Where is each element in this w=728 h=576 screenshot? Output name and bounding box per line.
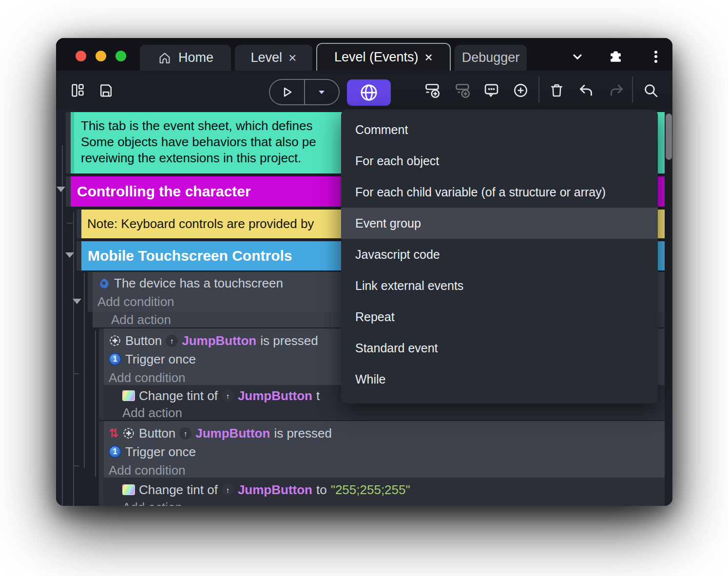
add-action-link[interactable]: Add action: [111, 312, 171, 327]
menu-item-standard-event[interactable]: Standard event: [341, 332, 658, 364]
menu-item-while[interactable]: While: [341, 364, 658, 395]
tab-label: Debugger: [462, 50, 520, 65]
play-preview-button[interactable]: [270, 80, 304, 104]
row-grip[interactable]: [99, 421, 104, 478]
indent-tick: [67, 223, 73, 224]
indent-tick: [73, 373, 79, 374]
row-grip[interactable]: [99, 478, 104, 506]
add-event-globe-button[interactable]: [347, 79, 391, 106]
extensions-puzzle-icon[interactable]: [608, 49, 623, 64]
menu-item-for-each-object[interactable]: For each object: [341, 145, 658, 176]
tab-level-events[interactable]: Level (Events) ×: [316, 43, 451, 71]
add-action-link[interactable]: Add action: [122, 500, 182, 506]
search-icon[interactable]: [642, 81, 659, 99]
menu-item-comment[interactable]: Comment: [341, 114, 658, 145]
object-name: JumpButton: [238, 482, 312, 498]
delete-trash-icon[interactable]: [548, 81, 565, 99]
add-condition-link[interactable]: Add condition: [97, 294, 174, 309]
globe-icon: [358, 82, 380, 103]
play-icon: [280, 85, 294, 99]
row-grip[interactable]: [66, 112, 71, 173]
object-thumbnail-icon: ↑: [166, 335, 178, 347]
tabs-overflow-chevron-down-icon[interactable]: [570, 49, 585, 64]
action-text: to: [316, 482, 327, 498]
condition-text: is pressed: [260, 333, 318, 348]
gamepad-button-icon: [109, 334, 121, 347]
group-title: Controlling the character: [77, 183, 251, 200]
group-title: Mobile Touchscreen Controls: [88, 248, 292, 264]
row-grip[interactable]: [77, 241, 81, 270]
indent-guide: [62, 145, 63, 506]
menu-item-link-external-events[interactable]: Link external events: [341, 270, 658, 301]
collapse-arrow-icon[interactable]: [65, 252, 74, 258]
home-icon: [157, 51, 172, 65]
row-grip[interactable]: [77, 210, 81, 238]
more-options-kebab-icon[interactable]: [648, 49, 664, 64]
action-text: Change tint of: [139, 482, 218, 498]
condition-text: Trigger once: [125, 444, 196, 460]
string-value: "255;255;255": [331, 482, 410, 498]
up-arrow-icon: ↑: [226, 486, 230, 494]
app-window: Home Level × Level (Events) × Debugger: [56, 38, 672, 506]
row-grip[interactable]: [66, 176, 71, 207]
trigger-once-icon: 1: [109, 353, 121, 365]
tab-debugger[interactable]: Debugger: [455, 45, 527, 71]
note-text: Note: Keyboard controls are provided by: [87, 216, 314, 231]
menu-item-javascript-code[interactable]: Javascript code: [341, 239, 658, 270]
tab-home[interactable]: Home: [140, 45, 231, 71]
toolbar-divider: [538, 77, 539, 103]
add-condition-link[interactable]: Add condition: [109, 370, 186, 385]
object-thumbnail-icon: ↑: [179, 427, 192, 440]
trigger-once-icon: 1: [109, 445, 121, 458]
close-window-button[interactable]: [76, 51, 86, 61]
add-comment-icon[interactable]: [482, 81, 500, 99]
maximize-window-button[interactable]: [115, 51, 126, 61]
object-name: JumpButton: [182, 333, 256, 348]
undo-icon[interactable]: [577, 81, 594, 99]
vertical-scrollbar-thumb[interactable]: [666, 114, 672, 160]
caret-down-icon: [316, 86, 327, 98]
close-tab-icon[interactable]: ×: [425, 51, 433, 64]
add-standard-event-icon[interactable]: [424, 81, 441, 99]
row-grip[interactable]: [99, 328, 104, 385]
indent-guide: [95, 330, 96, 477]
object-thumbnail-icon: ↑: [222, 484, 234, 496]
indent-guide: [84, 273, 85, 468]
up-arrow-icon: ↑: [184, 429, 188, 438]
condition-text: Button: [125, 333, 162, 348]
action-text: t: [316, 388, 320, 403]
save-icon[interactable]: [97, 81, 115, 99]
row-grip[interactable]: [88, 272, 93, 312]
row-grip[interactable]: [99, 385, 104, 420]
collapse-arrow-icon[interactable]: [57, 187, 65, 192]
close-tab-icon[interactable]: ×: [288, 51, 296, 65]
preview-split-button: [269, 79, 340, 105]
add-condition-link[interactable]: Add condition: [109, 463, 186, 478]
tab-label: Level: [251, 50, 283, 65]
object-name: JumpButton: [238, 388, 312, 403]
add-circle-plus-icon[interactable]: [512, 81, 529, 99]
collapse-arrow-icon[interactable]: [73, 299, 81, 304]
condition-text: is pressed: [274, 426, 332, 441]
menu-item-event-group[interactable]: Event group: [341, 208, 658, 239]
event-actions[interactable]: Change tint of ↑ JumpButton to "255;255;…: [104, 478, 665, 506]
system-gear-icon: [97, 277, 110, 289]
toolbar: [56, 71, 672, 109]
add-subevent-icon[interactable]: [454, 81, 472, 99]
indent-tick: [73, 465, 79, 466]
menu-item-repeat[interactable]: Repeat: [341, 301, 658, 332]
object-name: JumpButton: [195, 426, 270, 441]
tab-level[interactable]: Level ×: [235, 45, 312, 71]
desktop-background: Home Level × Level (Events) × Debugger: [0, 0, 728, 576]
event-conditions[interactable]: ⇅ Button ↑ JumpButton is pressed 1 Trigg…: [104, 421, 665, 478]
tint-color-icon: [122, 390, 135, 401]
minimize-window-button[interactable]: [96, 51, 106, 61]
action-text: Change tint of: [139, 388, 218, 403]
tab-bar: Home Level × Level (Events) × Debugger: [56, 38, 672, 71]
redo-icon[interactable]: [608, 81, 625, 99]
add-action-link[interactable]: Add action: [122, 405, 182, 421]
preview-options-dropdown[interactable]: [305, 80, 339, 104]
up-arrow-icon: ↑: [226, 392, 230, 400]
menu-item-for-each-child-variable[interactable]: For each child variable (of a structure …: [341, 176, 658, 208]
toggle-panels-icon[interactable]: [69, 81, 86, 99]
